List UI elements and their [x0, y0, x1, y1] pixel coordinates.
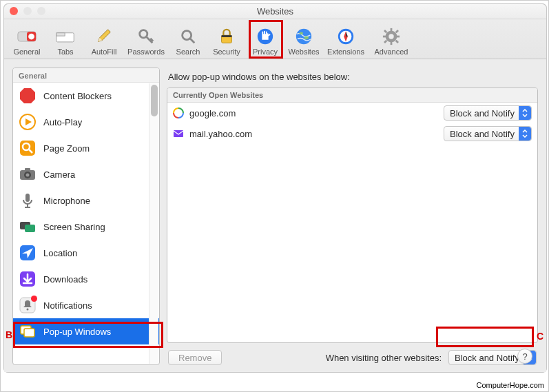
search-icon	[178, 27, 198, 46]
table-row[interactable]: google.com Block and Notify	[167, 103, 537, 123]
svg-rect-4	[56, 33, 65, 36]
svg-rect-22	[395, 40, 399, 43]
annotation-label-c: C	[537, 331, 543, 342]
svg-point-16	[389, 34, 393, 39]
hand-icon	[256, 27, 275, 46]
tab-label: Privacy	[253, 48, 278, 56]
compass-icon	[336, 27, 355, 46]
zoom-icon	[19, 139, 37, 157]
sidebar-item-label: Notifications	[43, 300, 92, 311]
svg-rect-18	[391, 41, 393, 45]
scrollbar-thumb[interactable]	[151, 85, 158, 116]
chevron-updown-icon	[519, 127, 531, 141]
svg-rect-36	[25, 225, 35, 232]
sidebar: General Content Blockers Auto-Play	[12, 68, 160, 365]
remove-button[interactable]: Remove	[168, 350, 222, 365]
switch-icon	[17, 27, 37, 46]
sidebar-item-notifications[interactable]: Notifications	[13, 292, 159, 318]
websites-table: Currently Open Websites google.com Block…	[167, 87, 538, 343]
google-favicon-icon	[173, 107, 184, 118]
sidebar-item-popup-windows[interactable]: Pop-up Windows	[13, 318, 159, 344]
window-controls	[10, 7, 45, 15]
bottom-bar: Remove When visiting other websites: Blo…	[167, 343, 538, 365]
table-rows: google.com Block and Notify mail.yaho	[167, 103, 537, 342]
location-icon	[19, 244, 37, 262]
svg-point-12	[304, 37, 309, 40]
svg-point-6	[183, 31, 191, 40]
sidebar-item-auto-play[interactable]: Auto-Play	[13, 109, 159, 135]
tab-websites[interactable]: Websites	[285, 20, 322, 56]
select-value: Block and Notify	[450, 129, 515, 139]
svg-rect-20	[396, 36, 400, 38]
microphone-icon	[19, 192, 37, 209]
sidebar-header: General	[13, 68, 159, 83]
help-label: ?	[522, 351, 527, 362]
svg-rect-42	[24, 329, 34, 337]
svg-rect-33	[25, 168, 30, 171]
attribution: ComputerHope.com	[477, 381, 544, 389]
tabs-icon	[56, 27, 75, 46]
sidebar-item-downloads[interactable]: Downloads	[13, 266, 159, 292]
sidebar-list: Content Blockers Auto-Play Page Zoom	[13, 83, 159, 364]
select-value: Block and Notify	[450, 108, 515, 118]
help-button[interactable]: ?	[517, 349, 532, 364]
svg-point-11	[300, 32, 304, 35]
tab-extensions[interactable]: Extensions	[324, 20, 368, 56]
minimize-window-button[interactable]	[23, 7, 32, 15]
sidebar-scrollbar[interactable]	[149, 83, 158, 364]
tab-passwords[interactable]: Passwords	[124, 20, 168, 56]
tab-label: General	[13, 48, 40, 56]
sidebar-item-content-blockers[interactable]: Content Blockers	[13, 83, 159, 109]
close-window-button[interactable]	[10, 7, 18, 15]
svg-rect-24	[395, 30, 399, 33]
tab-label: Advanced	[375, 48, 408, 56]
tab-security[interactable]: Security	[208, 20, 245, 56]
svg-rect-8	[222, 35, 232, 37]
tab-label: Tabs	[57, 48, 73, 56]
content-area: General Content Blockers Auto-Play	[4, 59, 546, 372]
key-icon	[136, 27, 156, 46]
sidebar-item-location[interactable]: Location	[13, 240, 159, 266]
table-header: Currently Open Websites	[167, 88, 537, 103]
tab-label: Security	[213, 48, 240, 56]
main-panel: Allow pop-up windows on the websites bel…	[167, 68, 538, 365]
download-icon	[19, 270, 37, 288]
sidebar-item-microphone[interactable]: Microphone	[13, 187, 159, 214]
sidebar-item-label: Page Zoom	[43, 143, 90, 154]
stop-icon	[19, 87, 37, 105]
sidebar-item-screen-sharing[interactable]: Screen Sharing	[13, 214, 159, 240]
play-icon	[19, 113, 37, 131]
tab-autofill[interactable]: AutoFill	[85, 20, 123, 56]
sidebar-item-label: Downloads	[43, 274, 87, 285]
sidebar-item-label: Camera	[43, 169, 75, 180]
sidebar-item-label: Pop-up Windows	[43, 327, 111, 337]
tab-privacy[interactable]: Privacy	[247, 20, 284, 56]
main-heading: Allow pop-up windows on the websites bel…	[168, 72, 538, 82]
other-sites-label: When visiting other websites:	[326, 353, 442, 363]
titlebar: Websites	[4, 4, 546, 19]
tab-advanced[interactable]: Advanced	[369, 20, 413, 56]
chevron-updown-icon	[519, 106, 531, 120]
preferences-toolbar: General Tabs AutoFill Passwords Search	[4, 19, 546, 59]
tab-label: Extensions	[327, 48, 364, 56]
screens-icon	[19, 218, 37, 236]
zoom-window-button[interactable]	[37, 7, 45, 15]
tab-tabs[interactable]: Tabs	[47, 20, 84, 56]
svg-point-2	[28, 34, 34, 40]
sidebar-item-label: Auto-Play	[43, 117, 82, 127]
tab-label: Websites	[288, 48, 319, 56]
bell-icon	[19, 296, 37, 314]
sidebar-item-camera[interactable]: Camera	[13, 161, 159, 187]
row-action-select[interactable]: Block and Notify	[444, 105, 532, 121]
tab-label: Search	[176, 48, 200, 56]
gear-icon	[382, 27, 401, 46]
row-action-select[interactable]: Block and Notify	[444, 126, 532, 141]
table-row[interactable]: mail.yahoo.com Block and Notify	[167, 123, 537, 144]
svg-rect-47	[174, 130, 183, 137]
svg-point-40	[27, 309, 29, 311]
sidebar-item-label: Content Blockers	[43, 91, 112, 101]
sidebar-item-page-zoom[interactable]: Page Zoom	[13, 135, 159, 161]
svg-rect-17	[391, 28, 393, 32]
tab-search[interactable]: Search	[169, 20, 207, 56]
tab-general[interactable]: General	[8, 20, 45, 56]
